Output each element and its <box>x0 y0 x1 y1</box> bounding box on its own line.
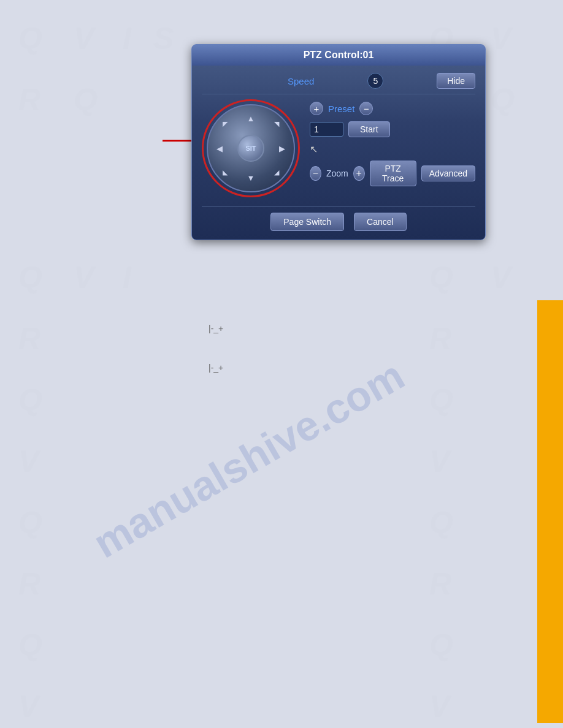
joystick-downleft-arrow[interactable]: ◣ <box>223 169 228 176</box>
cursor-area: ↖ <box>310 143 475 152</box>
svg-text:Q: Q <box>18 506 42 540</box>
svg-text:Q: Q <box>429 383 453 417</box>
joystick-left-arrow[interactable]: ◀ <box>216 144 223 153</box>
svg-text:Q: Q <box>429 506 453 540</box>
svg-text:Q: Q <box>18 383 42 417</box>
right-controls: + Preset − Start ↖ − Zoom + <box>310 99 475 186</box>
preset-input[interactable] <box>310 122 343 137</box>
ptz-dialog-title: PTZ Control:01 <box>304 50 374 60</box>
zoom-label: Zoom <box>326 169 348 178</box>
preset-input-row: Start <box>310 121 475 137</box>
svg-text:R: R <box>18 83 40 117</box>
svg-text:Q: Q <box>18 260 42 295</box>
joystick-container[interactable]: ▲ ▼ ◀ ▶ ◤ ◥ ◣ ◢ SIT <box>202 99 300 197</box>
joystick-center-button[interactable]: SIT <box>237 135 264 162</box>
advanced-button[interactable]: Advanced <box>421 165 475 181</box>
zoom-row: − Zoom + PTZ Trace Advanced <box>310 161 475 186</box>
svg-text:R: R <box>429 322 451 356</box>
small-symbols-2: |-_+ <box>209 363 223 373</box>
svg-text:V: V <box>18 689 41 724</box>
svg-text:V: V <box>429 444 452 479</box>
speed-value: 5 <box>367 73 383 89</box>
zoom-minus-button[interactable]: − <box>310 166 321 181</box>
svg-text:R: R <box>18 567 40 601</box>
ptz-dialog: PTZ Control:01 Speed 5 Hide ▲ ▼ ◀ ▶ ◤ ◥ … <box>191 44 486 240</box>
ptz-trace-button[interactable]: PTZ Trace <box>370 161 416 186</box>
svg-text:V: V <box>429 689 452 724</box>
svg-text:Q: Q <box>429 260 453 295</box>
main-area: ▲ ▼ ◀ ▶ ◤ ◥ ◣ ◢ SIT + Preset − <box>202 99 475 197</box>
start-button[interactable]: Start <box>348 121 390 137</box>
page-switch-button[interactable]: Page Switch <box>270 213 344 231</box>
preset-plus-button[interactable]: + <box>310 102 323 115</box>
svg-text:V: V <box>491 260 513 295</box>
svg-text:Q: Q <box>491 83 515 117</box>
svg-text:R: R <box>429 567 451 601</box>
preset-label: Preset <box>328 104 354 114</box>
svg-text:V: V <box>18 444 41 479</box>
ptz-body: Speed 5 Hide ▲ ▼ ◀ ▶ ◤ ◥ ◣ ◢ SIT <box>192 66 485 240</box>
svg-text:Q: Q <box>74 83 98 117</box>
preset-row: + Preset − <box>310 102 475 115</box>
preset-minus-button[interactable]: − <box>359 102 373 115</box>
bottom-row: Page Switch Cancel <box>202 206 475 231</box>
main-watermark: manualshive.com <box>85 351 412 567</box>
svg-text:R: R <box>18 322 40 356</box>
svg-text:Q: Q <box>429 628 453 662</box>
joystick-circle: ▲ ▼ ◀ ▶ ◤ ◥ ◣ ◢ SIT <box>207 104 295 192</box>
svg-text:V: V <box>74 21 96 56</box>
cancel-button[interactable]: Cancel <box>354 213 407 231</box>
yellow-sidebar-bar <box>537 300 563 723</box>
svg-text:I: I <box>123 21 132 56</box>
svg-text:I: I <box>123 260 132 295</box>
svg-text:S: S <box>153 21 174 56</box>
joystick-upleft-arrow[interactable]: ◤ <box>223 120 228 128</box>
cursor-icon: ↖ <box>310 144 318 154</box>
joystick-downright-arrow[interactable]: ◢ <box>274 169 279 176</box>
joystick-upright-arrow[interactable]: ◥ <box>274 120 279 128</box>
ptz-title-bar: PTZ Control:01 <box>192 45 485 66</box>
hide-button[interactable]: Hide <box>437 73 475 89</box>
svg-text:Q: Q <box>18 628 42 662</box>
joystick-down-arrow[interactable]: ▼ <box>247 173 255 183</box>
small-symbols-1: |-_+ <box>209 324 223 333</box>
svg-text:V: V <box>74 260 96 295</box>
zoom-plus-button[interactable]: + <box>353 166 365 181</box>
speed-label: Speed <box>288 76 314 86</box>
svg-text:Q: Q <box>18 21 42 56</box>
speed-row: Speed 5 Hide <box>202 73 475 94</box>
svg-text:V: V <box>491 21 513 56</box>
joystick-up-arrow[interactable]: ▲ <box>247 114 255 123</box>
joystick-right-arrow[interactable]: ▶ <box>279 144 285 153</box>
